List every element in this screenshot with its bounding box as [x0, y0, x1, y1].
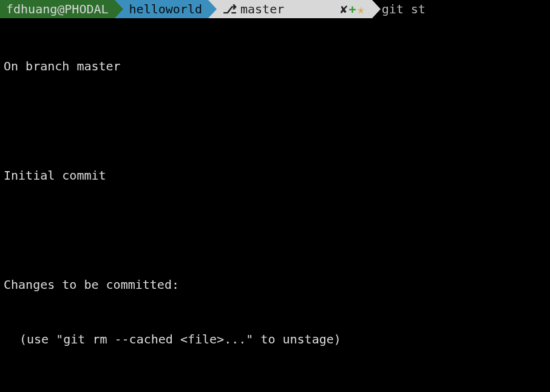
- staged-hint: (use "git rm --cached <file>..." to unst…: [4, 330, 546, 348]
- git-dirty-icon: ✘: [341, 2, 349, 16]
- prompt-user-segment: fdhuang@PHODAL: [0, 0, 115, 18]
- command-text: git st: [382, 0, 426, 18]
- command-input-segment[interactable]: git st: [372, 0, 432, 18]
- terminal-output: On branch master Initial commit Changes …: [0, 19, 550, 392]
- blank-line: [4, 112, 546, 130]
- git-branch-icon: ⎇: [223, 0, 237, 18]
- staged-header: Changes to be committed:: [4, 275, 546, 294]
- git-status-icons: ✘+✭: [289, 0, 365, 36]
- segment-arrow-icon: [115, 0, 123, 18]
- blank-line: [4, 385, 546, 392]
- prompt-dir: helloworld: [129, 0, 202, 18]
- prompt-branch-segment: ⎇ master ✘+✭: [208, 0, 372, 18]
- segment-arrow-icon: [208, 0, 217, 18]
- branch-status: On branch master: [4, 57, 546, 75]
- segment-arrow-icon: [372, 0, 381, 18]
- initial-commit: Initial commit: [4, 166, 546, 184]
- git-staged-icon: +: [349, 2, 358, 16]
- git-untracked-icon: ✭: [358, 2, 366, 16]
- blank-line: [4, 221, 546, 239]
- prompt-branch: master: [240, 0, 284, 18]
- prompt-user: fdhuang@PHODAL: [6, 0, 109, 18]
- prompt-line[interactable]: fdhuang@PHODAL helloworld ⎇ master ✘+✭ g…: [0, 0, 550, 18]
- prompt-dir-segment: helloworld: [115, 0, 208, 18]
